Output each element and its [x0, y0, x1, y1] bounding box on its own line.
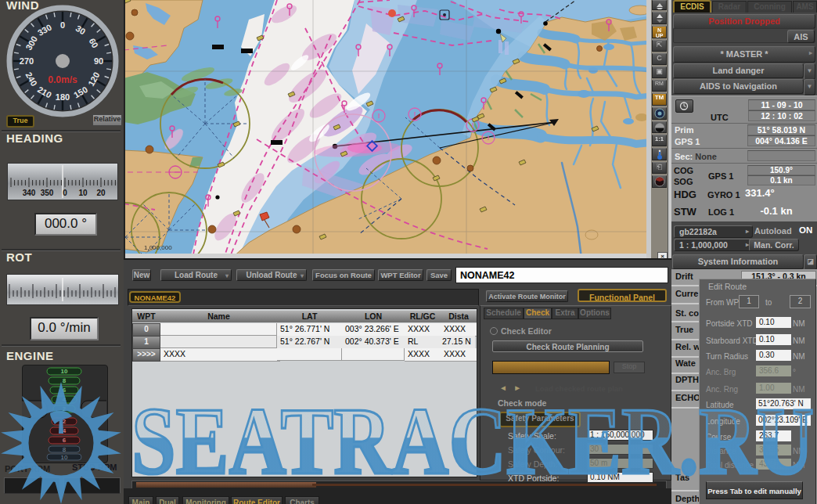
svg-text:!: !	[414, 110, 416, 118]
svg-text:8: 8	[63, 377, 67, 384]
svg-text:2: 2	[63, 405, 67, 412]
svg-text:0: 0	[63, 189, 67, 197]
svg-text:!: !	[472, 121, 474, 129]
svg-text:10: 10	[61, 368, 68, 375]
svg-text:4: 4	[63, 396, 67, 403]
svg-text:2: 2	[63, 418, 67, 425]
svg-text:10: 10	[78, 189, 88, 197]
svg-text:6: 6	[63, 437, 67, 444]
svg-text:!: !	[488, 134, 490, 142]
svg-text:6: 6	[63, 387, 67, 394]
svg-text:8: 8	[63, 446, 67, 453]
svg-text:1,000,000: 1,000,000	[144, 244, 172, 251]
svg-text:20: 20	[96, 189, 106, 197]
svg-text:0: 0	[60, 20, 65, 30]
svg-text:90: 90	[94, 56, 103, 66]
svg-text:4: 4	[63, 427, 67, 434]
svg-text:10: 10	[61, 454, 68, 461]
svg-text:180: 180	[56, 92, 70, 102]
svg-text:0.0m/s: 0.0m/s	[48, 74, 77, 85]
svg-text:340: 340	[23, 189, 36, 197]
svg-text:350: 350	[41, 189, 54, 197]
svg-text:!: !	[378, 112, 380, 120]
svg-text:270: 270	[20, 56, 34, 66]
